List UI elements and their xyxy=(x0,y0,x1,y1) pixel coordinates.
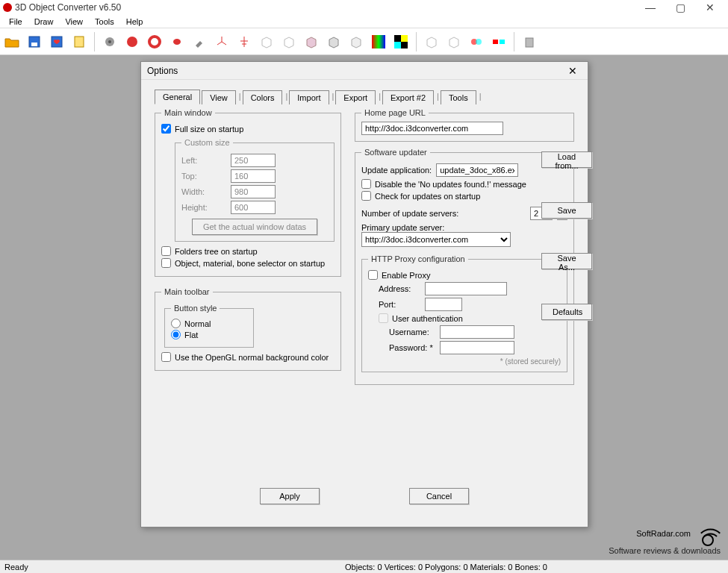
button-style-group: Button style Normal Flat xyxy=(164,304,254,348)
dialog-close-button[interactable]: ✕ xyxy=(564,65,582,77)
home-page-input[interactable] xyxy=(361,122,503,135)
opengl-bg-checkbox[interactable]: Use the OpenGL normal background color xyxy=(161,352,335,362)
main-toolbar xyxy=(0,28,728,55)
svg-point-8 xyxy=(173,39,181,45)
disable-noupdates-checkbox[interactable]: Disable the 'No updates found.!' message xyxy=(361,179,567,189)
proxy-group: HTTP Proxy configuration Enable Proxy Ad… xyxy=(361,254,567,372)
dialog-titlebar: Options ✕ xyxy=(141,62,588,80)
status-bar: Ready Objects: 0 Vertices: 0 Polygons: 0… xyxy=(0,560,728,573)
options-dialog: Options ✕ General View| Colors| Import| … xyxy=(140,61,588,527)
proxy-address-input[interactable] xyxy=(425,282,507,295)
menu-draw[interactable]: Draw xyxy=(28,16,60,28)
open-folder-icon[interactable] xyxy=(3,33,21,51)
menu-tools[interactable]: Tools xyxy=(89,16,120,28)
stereo-left-icon[interactable] xyxy=(423,33,441,51)
status-stats: Objects: 0 Vertices: 0 Polygons: 0 Mater… xyxy=(169,563,724,572)
svg-point-5 xyxy=(108,40,111,43)
anaglyph-icon[interactable] xyxy=(490,33,508,51)
axes-icon[interactable] xyxy=(213,33,231,51)
app-icon xyxy=(3,3,12,12)
tab-export[interactable]: Export xyxy=(335,90,376,104)
custom-width-input[interactable] xyxy=(231,185,276,198)
menu-bar: File Draw View Tools Help xyxy=(0,15,728,28)
defaults-button[interactable]: Defaults xyxy=(541,304,592,320)
status-ready: Ready xyxy=(4,563,169,572)
separator-icon xyxy=(416,32,417,51)
tab-view[interactable]: View xyxy=(202,90,236,104)
dialog-title: Options xyxy=(147,66,564,76)
box3-icon[interactable] xyxy=(302,33,320,51)
custom-height-input[interactable] xyxy=(231,201,276,214)
tab-tools[interactable]: Tools xyxy=(441,90,476,104)
svg-point-6 xyxy=(127,37,137,47)
selector-checkbox[interactable]: Object, material, bone selector on start… xyxy=(161,258,335,268)
tree-icon[interactable] xyxy=(235,33,253,51)
script-icon[interactable] xyxy=(70,33,88,51)
close-window-button[interactable]: ✕ xyxy=(695,0,725,15)
svg-rect-16 xyxy=(493,40,498,44)
radio-normal[interactable]: Normal xyxy=(171,319,247,328)
candy-icon[interactable] xyxy=(168,33,186,51)
folders-tree-checkbox[interactable]: Folders tree on startup xyxy=(161,246,335,256)
enable-proxy-checkbox[interactable]: Enable Proxy xyxy=(368,270,561,280)
custom-top-input[interactable] xyxy=(231,169,276,183)
tab-import[interactable]: Import xyxy=(289,90,329,104)
svg-point-7 xyxy=(149,37,160,47)
proxy-footnote: * (stored securely) xyxy=(368,357,561,366)
load-from-button[interactable]: Load from... xyxy=(541,151,592,168)
proxy-username-input[interactable] xyxy=(440,325,514,339)
tab-export2[interactable]: Export #2 xyxy=(382,90,434,104)
box5-icon[interactable] xyxy=(347,33,365,51)
menu-file[interactable]: File xyxy=(3,16,28,28)
gear-icon[interactable] xyxy=(101,33,119,51)
save-button[interactable]: Save xyxy=(541,202,592,219)
separator-icon xyxy=(94,32,95,51)
tab-colors[interactable]: Colors xyxy=(243,90,283,104)
svg-rect-18 xyxy=(526,38,533,47)
minimize-button[interactable]: — xyxy=(635,0,665,15)
svg-rect-17 xyxy=(500,40,505,44)
proxy-password-input[interactable] xyxy=(440,341,514,354)
cancel-button[interactable]: Cancel xyxy=(409,488,469,504)
svg-rect-13 xyxy=(394,42,401,48)
custom-size-group: Custom size Left: Top: Width: Height: Ge… xyxy=(175,138,335,242)
trash-icon[interactable] xyxy=(520,33,538,51)
main-window-group: Main window Full size on startup Custom … xyxy=(155,108,341,277)
svg-rect-10 xyxy=(394,35,401,42)
ball-red-icon[interactable] xyxy=(123,33,141,51)
menu-view[interactable]: View xyxy=(59,16,89,28)
box4-icon[interactable] xyxy=(325,33,343,51)
stereo-both-icon[interactable] xyxy=(467,33,485,51)
stereo-right-icon[interactable] xyxy=(445,33,463,51)
proxy-port-input[interactable] xyxy=(425,298,462,311)
check-startup-checkbox[interactable]: Check for updates on startup xyxy=(361,191,567,201)
save-heart-icon[interactable] xyxy=(48,33,66,51)
full-size-input[interactable] xyxy=(161,124,171,134)
update-app-input[interactable] xyxy=(436,163,518,177)
radar-icon xyxy=(695,521,721,546)
watermark: SoftRadar.com Software reviews & downloa… xyxy=(609,521,721,555)
box2-icon[interactable] xyxy=(280,33,298,51)
separator-icon xyxy=(514,32,514,51)
apply-button[interactable]: Apply xyxy=(260,488,320,504)
rainbow-icon[interactable] xyxy=(370,33,388,51)
tab-general[interactable]: General xyxy=(155,90,200,104)
primary-server-select[interactable]: http://3doc.i3dconverter.com xyxy=(361,232,511,247)
main-toolbar-group: Main toolbar Button style Normal Flat Us… xyxy=(155,287,341,371)
get-window-data-button[interactable]: Get the actual window datas xyxy=(192,219,317,235)
save-as-button[interactable]: Save As... xyxy=(541,253,592,269)
svg-point-15 xyxy=(476,39,482,45)
svg-rect-3 xyxy=(75,37,84,47)
donut-icon[interactable] xyxy=(146,33,164,51)
full-size-checkbox[interactable]: Full size on startup xyxy=(161,124,335,134)
custom-left-input[interactable] xyxy=(231,154,276,167)
maximize-button[interactable]: ▢ xyxy=(665,0,695,15)
radio-flat[interactable]: Flat xyxy=(171,330,247,339)
checker-icon[interactable] xyxy=(392,33,410,51)
tabstrip: General View| Colors| Import| Export| Ex… xyxy=(155,89,574,104)
menu-help[interactable]: Help xyxy=(120,16,149,28)
box1-icon[interactable] xyxy=(258,33,276,51)
user-auth-checkbox[interactable]: User authentication xyxy=(379,313,561,323)
save-icon[interactable] xyxy=(25,33,43,51)
wrench-icon[interactable] xyxy=(190,33,208,51)
